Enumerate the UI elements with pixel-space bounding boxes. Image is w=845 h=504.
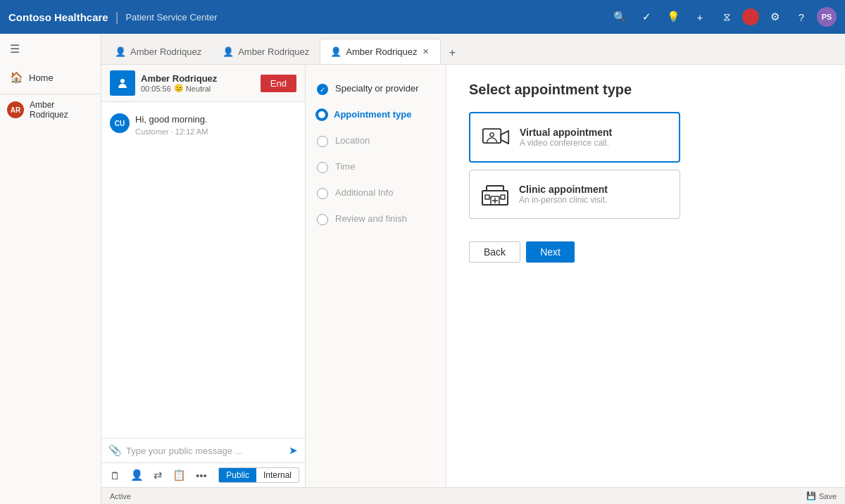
- appointment-actions: Back Next: [469, 241, 822, 263]
- tab-bar: 👤 Amber Rodriquez 👤 Amber Rodriquez 👤 Am…: [101, 34, 845, 65]
- content-area: 👤 Amber Rodriquez 👤 Amber Rodriquez 👤 Am…: [101, 34, 845, 504]
- tab-close-2[interactable]: ✕: [421, 46, 430, 58]
- message-input[interactable]: [126, 446, 284, 456]
- agent-item[interactable]: AR Amber Rodriquez: [0, 94, 101, 125]
- tab-person-icon-2: 👤: [330, 46, 342, 57]
- virtual-appointment-icon: [482, 123, 510, 151]
- sidebar: ☰ 🏠 Home AR Amber Rodriquez: [0, 34, 101, 504]
- svg-rect-9: [501, 195, 505, 199]
- brand-subtitle: Patient Service Center: [125, 12, 217, 23]
- tab-1[interactable]: 👤 Amber Rodriquez: [212, 39, 320, 64]
- tab-person-icon-1: 👤: [223, 46, 234, 57]
- save-button[interactable]: 💾 Save: [806, 491, 837, 500]
- step-indicator-1: [317, 110, 327, 120]
- clinic-appointment-title: Clinic appointment: [519, 184, 608, 195]
- virtual-appointment-text: Virtual appointment A video conference c…: [520, 127, 612, 148]
- conv-input-area: 📎 ➤: [101, 438, 305, 462]
- conv-messages: CU Hi, good morning. Customer · 12:12 AM: [101, 102, 305, 438]
- end-call-button[interactable]: End: [261, 75, 296, 92]
- conv-toolbar: 🗒 👤 ⇄ 📋 ••• Public Internal: [101, 462, 305, 487]
- appointment-panel: Select appointment type Virtual appointm…: [446, 65, 845, 487]
- wizard-step-3[interactable]: Time: [306, 154, 446, 180]
- conv-header-avatar: [110, 70, 135, 96]
- brand: Contoso Healthcare | Patient Service Cen…: [8, 10, 217, 25]
- message-0: CU Hi, good morning. Customer · 12:12 AM: [110, 113, 296, 136]
- svg-point-1: [120, 79, 125, 83]
- bulb-icon[interactable]: 💡: [662, 6, 684, 28]
- home-icon: 🏠: [10, 71, 23, 84]
- person-add-icon[interactable]: 👤: [127, 466, 146, 484]
- send-icon[interactable]: ➤: [289, 444, 298, 457]
- wizard-step-4[interactable]: Additional Info: [306, 180, 446, 206]
- more-icon[interactable]: •••: [193, 467, 210, 484]
- tab-label-0: Amber Rodriquez: [130, 46, 201, 57]
- sidebar-item-home[interactable]: 🏠 Home: [0, 64, 101, 91]
- step-indicator-4: [317, 188, 328, 199]
- svg-point-3: [490, 133, 494, 137]
- conv-meta: 00:05:56 😐 Neutral: [141, 84, 255, 93]
- next-button[interactable]: Next: [526, 241, 575, 263]
- notes-icon[interactable]: 🗒: [107, 467, 123, 484]
- toggle-public[interactable]: Public: [219, 468, 256, 482]
- person-icon: [115, 76, 130, 90]
- user-avatar[interactable]: PS: [817, 7, 837, 27]
- step-indicator-2: [317, 136, 328, 147]
- tab-add-button[interactable]: +: [441, 42, 463, 64]
- message-type-toggle: Public Internal: [218, 467, 299, 483]
- attachment-icon[interactable]: 📎: [108, 444, 122, 457]
- virtual-appointment-desc: A video conference call.: [520, 138, 612, 148]
- msg-avatar-0: CU: [110, 113, 130, 133]
- clinic-appointment-option[interactable]: Clinic appointment An in-person clinic v…: [469, 170, 680, 219]
- status-bar: Active 💾 Save: [101, 487, 845, 504]
- svg-rect-2: [483, 129, 501, 143]
- step-indicator-3: [317, 162, 328, 173]
- tab-0[interactable]: 👤 Amber Rodriquez: [104, 39, 212, 64]
- check-icon[interactable]: ✓: [635, 6, 658, 28]
- three-panel: Amber Rodriquez 00:05:56 😐 Neutral End: [101, 65, 845, 487]
- wizard-step-1[interactable]: Appointment type: [306, 102, 446, 128]
- wizard-step-5[interactable]: Review and finish: [306, 206, 446, 232]
- wizard-panel: ✓ Specialty or provider Appointment type…: [306, 65, 446, 487]
- status-label: Active: [110, 492, 131, 500]
- help-icon[interactable]: ?: [790, 6, 813, 28]
- step-indicator-0: ✓: [317, 84, 328, 95]
- conv-header: Amber Rodriquez 00:05:56 😐 Neutral End: [101, 65, 305, 102]
- clinic-appointment-text: Clinic appointment An in-person clinic v…: [519, 184, 608, 205]
- save-label: Save: [819, 492, 837, 500]
- brand-name: Contoso Healthcare: [8, 11, 108, 23]
- msg-content-0: Hi, good morning. Customer · 12:12 AM: [135, 113, 296, 136]
- step-indicator-5: [317, 214, 328, 225]
- clinic-appointment-desc: An in-person clinic visit.: [519, 195, 608, 205]
- brand-divider: |: [115, 10, 119, 25]
- transfer-icon[interactable]: ⇄: [151, 466, 165, 484]
- svg-rect-8: [485, 195, 489, 199]
- save-icon: 💾: [806, 491, 816, 500]
- wizard-step-2[interactable]: Location: [306, 128, 446, 154]
- msg-meta-0: Customer · 12:12 AM: [135, 127, 296, 136]
- wizard-step-0[interactable]: ✓ Specialty or provider: [306, 76, 446, 102]
- virtual-appointment-title: Virtual appointment: [520, 127, 612, 138]
- notification-badge[interactable]: [742, 8, 759, 25]
- nav-icons: 🔍 ✓ 💡 + ⧖ ⚙ ? PS: [608, 6, 837, 28]
- toggle-internal[interactable]: Internal: [256, 468, 299, 482]
- clipboard-icon[interactable]: 📋: [170, 466, 189, 484]
- search-icon[interactable]: 🔍: [608, 6, 631, 28]
- step-label-2: Location: [335, 135, 370, 147]
- conv-header-info: Amber Rodriquez 00:05:56 😐 Neutral: [141, 73, 255, 93]
- tab-label-1: Amber Rodriquez: [238, 46, 309, 57]
- conv-timer: 00:05:56: [141, 84, 171, 93]
- back-button[interactable]: Back: [469, 241, 520, 263]
- msg-text-0: Hi, good morning.: [135, 113, 296, 126]
- tab-person-icon-0: 👤: [115, 46, 126, 57]
- tab-2[interactable]: 👤 Amber Rodriquez ✕: [320, 39, 441, 64]
- neutral-badge: 😐 Neutral: [174, 84, 211, 93]
- step-label-1: Appointment type: [334, 109, 412, 121]
- step-label-4: Additional Info: [335, 187, 393, 199]
- settings-icon[interactable]: ⚙: [763, 6, 786, 28]
- filter-icon[interactable]: ⧖: [715, 6, 738, 28]
- virtual-appointment-option[interactable]: Virtual appointment A video conference c…: [469, 112, 680, 163]
- hamburger-menu[interactable]: ☰: [0, 34, 101, 64]
- conv-input-row: 📎 ➤: [108, 444, 298, 457]
- tab-label-2: Amber Rodriquez: [346, 46, 417, 57]
- plus-icon[interactable]: +: [689, 6, 711, 28]
